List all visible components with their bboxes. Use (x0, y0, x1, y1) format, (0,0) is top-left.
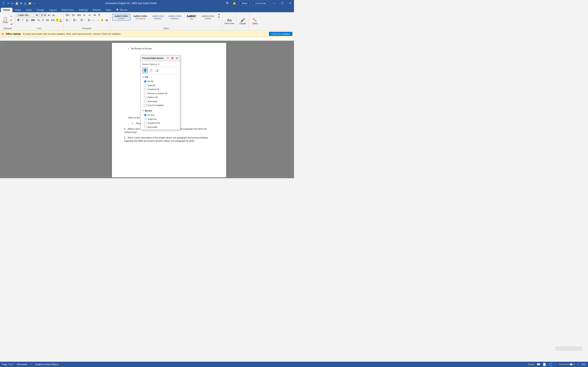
fill-picture-fill-radio[interactable] (144, 92, 147, 95)
folder-icon[interactable]: 📁 (28, 2, 31, 5)
line-spacing-button[interactable]: ↕ (96, 18, 100, 22)
save-icon[interactable]: 💾 (15, 2, 18, 5)
tab-design[interactable]: Design (34, 8, 47, 12)
clear-formatting-icon[interactable]: ✕A (50, 18, 55, 22)
style-normal[interactable]: AaBbCcDdEe Normal (112, 14, 131, 21)
dialog-close-icon[interactable]: ✕ (175, 56, 178, 60)
print-icon[interactable]: 🖨 (24, 2, 26, 5)
nav-bar-icon[interactable]: ◁ (0, 41, 44, 45)
increase-font-icon[interactable]: A↑ (47, 13, 51, 17)
dialog-series-options-label: Series Options (142, 63, 157, 66)
styles-scroll-up-icon[interactable]: ▲ (218, 13, 220, 15)
show-hide-marks-button[interactable]: ¶ (97, 13, 101, 17)
justify-button[interactable]: ☰↔↔ (87, 18, 96, 22)
paste-button[interactable]: 📋 Paste (1, 16, 9, 24)
borders-button[interactable]: ⊞ (105, 18, 109, 22)
redo-icon[interactable]: ↪ (11, 2, 13, 5)
style-no-spacing[interactable]: AaBbCcDdEe No Spacing (131, 14, 149, 21)
check-updates-button[interactable]: Check for Updates (269, 32, 292, 36)
search-icon[interactable]: 🔍 (226, 2, 229, 5)
editor-button[interactable]: ✏️ Editor (251, 17, 259, 25)
strikethrough-button[interactable]: abc (30, 18, 36, 22)
style-subtitle-preview: AaBbCcDdE (202, 15, 214, 17)
dialog-series-options-chevron[interactable]: ▼ (158, 63, 160, 66)
border-automatic-radio[interactable] (144, 125, 147, 128)
fill-no-fill-radio[interactable] (144, 80, 147, 83)
more-options-icon[interactable]: ⋯ (33, 2, 36, 5)
email-icon[interactable]: ✉ (20, 2, 22, 5)
sort-button[interactable]: ↕A (92, 13, 97, 17)
bell-icon[interactable]: 🔔 (233, 2, 236, 5)
dialog-series-icon[interactable]: 📊 (154, 68, 159, 73)
tab-mailings[interactable]: Mailings (76, 8, 90, 12)
increase-indent-button[interactable]: ⇥ (87, 13, 91, 17)
minimize-icon[interactable]: — (272, 1, 277, 5)
tab-review[interactable]: Review (90, 8, 103, 12)
copy-button[interactable]: ⎘ (10, 18, 14, 22)
dialog-fill-header[interactable]: ▼ Fill (142, 75, 178, 80)
subscript-button[interactable]: X₂ (37, 18, 41, 22)
multilevel-list-button[interactable]: ⊟≡ (76, 13, 82, 17)
border-solid-line-radio[interactable] (144, 118, 147, 120)
align-left-button[interactable]: ☰← (65, 18, 71, 22)
cut-button[interactable]: ✂ (10, 15, 14, 18)
dialog-border-header[interactable]: ▼ Border (142, 108, 178, 113)
tab-home[interactable]: Home (1, 8, 12, 12)
tab-tell-me[interactable]: 💡 Tell me (113, 8, 130, 12)
tab-view[interactable]: View (103, 8, 113, 12)
style-heading2[interactable]: AaBbCcDdE Heading 2 (166, 14, 183, 21)
align-right-button[interactable]: ☰→ (79, 18, 86, 22)
editor-content: ✏️ Editor (251, 13, 259, 30)
style-heading1[interactable]: AaBbCcDd Heading 1 (150, 14, 165, 21)
underline-button[interactable]: U (25, 18, 29, 22)
format-painter-button[interactable]: 🖌 (10, 22, 14, 25)
dialog-pin-icon[interactable]: 📌 (170, 56, 174, 60)
paragraph-content: ☰≡ 1≡ ⊟≡ ⇤ ⇥ ↕A ¶ ☰← ☰↔ ☰→ ☰↔↔ ↕ A ⊞ (65, 13, 109, 27)
fill-pattern-fill-radio[interactable] (144, 96, 147, 99)
paste-label: Paste (3, 21, 8, 24)
styles-expand-icon[interactable]: ⋯ (218, 19, 220, 21)
shading-button[interactable]: A (100, 18, 104, 22)
dictate-button[interactable]: 🎤 Dictate (238, 17, 247, 25)
fill-solid-fill-radio[interactable] (144, 84, 147, 87)
dialog-fill-color-icon[interactable]: 🪣 (142, 68, 148, 73)
style-subtitle[interactable]: AaBbCcDdE Subtitle (199, 14, 217, 21)
numbered-list-button[interactable]: 1≡ (71, 13, 76, 17)
item-6-number: 6. (124, 136, 127, 139)
fill-invert-negative-check[interactable] (144, 104, 147, 107)
align-center-button[interactable]: ☰↔ (72, 18, 79, 22)
fill-automatic-radio[interactable] (144, 100, 147, 103)
dialog-help-icon[interactable]: ? (166, 56, 169, 60)
bullets-button[interactable]: ☰≡ (65, 13, 70, 17)
fill-gradient-fill-radio[interactable] (144, 88, 147, 91)
clipboard-group: 📋 Paste ✂ ⎘ 🖌 Clipboard (0, 13, 15, 30)
font-size-selector[interactable]: 11 (39, 13, 47, 17)
tab-draw[interactable]: Draw (24, 8, 34, 12)
superscript-button[interactable]: X² (41, 18, 45, 22)
font-name-selector[interactable]: Calibri (Bo... (16, 13, 39, 17)
bold-button[interactable]: B (16, 18, 21, 22)
tab-insert[interactable]: Insert (12, 8, 24, 12)
notification-close-icon[interactable]: ⊗ (2, 32, 4, 35)
tab-layout[interactable]: Layout (47, 8, 59, 12)
decrease-font-icon[interactable]: A↓ (52, 13, 56, 17)
dialog-effects-icon[interactable]: ⬡ (149, 68, 153, 73)
document-area[interactable]: • Set Border to No line: Format Data Ser… (44, 41, 294, 178)
change-case-icon[interactable]: Aa (45, 18, 49, 21)
text-highlight-icon[interactable]: A (56, 18, 59, 22)
italic-button[interactable]: I (21, 18, 24, 22)
close-icon[interactable]: ✕ (288, 1, 292, 5)
comments-button[interactable]: Comments (253, 1, 268, 5)
fill-invert-negative-label: Invert if negative (148, 104, 164, 107)
undo-icon[interactable]: ↩ (7, 2, 9, 5)
share-button[interactable]: Share (239, 1, 250, 5)
style-title[interactable]: AaBbC Title (184, 13, 199, 21)
border-gradient-line-radio[interactable] (144, 122, 147, 124)
border-no-line-radio[interactable] (144, 114, 147, 117)
maximize-icon[interactable]: ☐ (280, 1, 285, 5)
decrease-indent-button[interactable]: ⇤ (82, 13, 86, 17)
styles-scroll-down-icon[interactable]: ▼ (218, 16, 220, 18)
font-color-icon[interactable]: A (59, 18, 62, 22)
tab-references[interactable]: References (59, 8, 76, 12)
styles-pane-button[interactable]: Aa Styles Pane (223, 17, 235, 25)
